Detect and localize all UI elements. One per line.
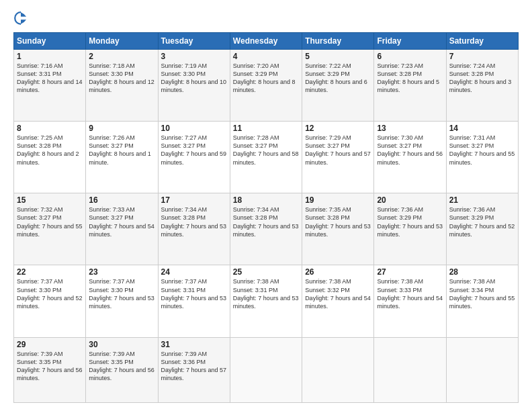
day-info: Sunrise: 7:30 AM Sunset: 3:27 PM Dayligh… xyxy=(377,134,443,167)
day-info: Sunrise: 7:22 AM Sunset: 3:29 PM Dayligh… xyxy=(305,62,371,95)
calendar-cell xyxy=(302,337,374,402)
day-info: Sunrise: 7:38 AM Sunset: 3:33 PM Dayligh… xyxy=(377,277,443,310)
day-number: 19 xyxy=(305,195,371,205)
calendar-week-row: 1 Sunrise: 7:16 AM Sunset: 3:31 PM Dayli… xyxy=(14,50,519,122)
day-info: Sunrise: 7:37 AM Sunset: 3:31 PM Dayligh… xyxy=(161,277,227,310)
calendar-week-row: 29 Sunrise: 7:39 AM Sunset: 3:35 PM Dayl… xyxy=(14,337,519,402)
calendar-cell: 28 Sunrise: 7:38 AM Sunset: 3:34 PM Dayl… xyxy=(446,265,518,337)
calendar-cell xyxy=(374,337,446,402)
calendar-cell: 6 Sunrise: 7:23 AM Sunset: 3:28 PM Dayli… xyxy=(374,50,446,122)
header xyxy=(13,11,519,26)
calendar-cell: 7 Sunrise: 7:24 AM Sunset: 3:28 PM Dayli… xyxy=(446,50,518,122)
day-info: Sunrise: 7:38 AM Sunset: 3:34 PM Dayligh… xyxy=(449,277,515,310)
calendar-cell: 9 Sunrise: 7:26 AM Sunset: 3:27 PM Dayli… xyxy=(86,122,158,193)
day-number: 7 xyxy=(449,52,515,61)
day-info: Sunrise: 7:27 AM Sunset: 3:27 PM Dayligh… xyxy=(161,134,227,167)
day-number: 24 xyxy=(161,267,227,277)
calendar-cell: 21 Sunrise: 7:36 AM Sunset: 3:29 PM Dayl… xyxy=(446,193,518,265)
day-number: 29 xyxy=(17,340,83,349)
day-info: Sunrise: 7:18 AM Sunset: 3:30 PM Dayligh… xyxy=(89,62,154,95)
day-number: 21 xyxy=(449,195,515,205)
calendar-cell: 16 Sunrise: 7:33 AM Sunset: 3:27 PM Dayl… xyxy=(86,193,158,265)
day-info: Sunrise: 7:29 AM Sunset: 3:27 PM Dayligh… xyxy=(305,134,371,167)
day-number: 14 xyxy=(449,124,515,133)
day-number: 26 xyxy=(305,267,371,277)
calendar-week-row: 8 Sunrise: 7:25 AM Sunset: 3:28 PM Dayli… xyxy=(14,122,519,193)
day-number: 3 xyxy=(161,52,227,61)
day-info: Sunrise: 7:37 AM Sunset: 3:30 PM Dayligh… xyxy=(89,277,154,310)
day-info: Sunrise: 7:38 AM Sunset: 3:32 PM Dayligh… xyxy=(305,277,371,310)
day-number: 11 xyxy=(233,124,299,133)
day-info: Sunrise: 7:36 AM Sunset: 3:29 PM Dayligh… xyxy=(449,205,515,238)
day-info: Sunrise: 7:38 AM Sunset: 3:31 PM Dayligh… xyxy=(233,277,299,310)
day-number: 13 xyxy=(377,124,443,133)
day-number: 12 xyxy=(305,124,371,133)
calendar-cell: 13 Sunrise: 7:30 AM Sunset: 3:27 PM Dayl… xyxy=(374,122,446,193)
day-info: Sunrise: 7:39 AM Sunset: 3:35 PM Dayligh… xyxy=(89,350,154,383)
calendar-cell: 24 Sunrise: 7:37 AM Sunset: 3:31 PM Dayl… xyxy=(158,265,230,337)
day-number: 25 xyxy=(233,267,299,277)
calendar-cell: 14 Sunrise: 7:31 AM Sunset: 3:27 PM Dayl… xyxy=(446,122,518,193)
day-number: 1 xyxy=(17,52,83,61)
day-info: Sunrise: 7:28 AM Sunset: 3:27 PM Dayligh… xyxy=(233,134,299,167)
logo xyxy=(13,11,31,26)
calendar-cell xyxy=(446,337,518,402)
calendar: SundayMondayTuesdayWednesdayThursdayFrid… xyxy=(13,32,519,403)
day-number: 9 xyxy=(89,124,154,133)
day-of-week-header: Friday xyxy=(374,33,446,50)
day-number: 30 xyxy=(89,340,154,349)
day-info: Sunrise: 7:34 AM Sunset: 3:28 PM Dayligh… xyxy=(233,205,299,238)
day-info: Sunrise: 7:35 AM Sunset: 3:28 PM Dayligh… xyxy=(305,205,371,238)
day-info: Sunrise: 7:33 AM Sunset: 3:27 PM Dayligh… xyxy=(89,205,154,238)
day-info: Sunrise: 7:37 AM Sunset: 3:30 PM Dayligh… xyxy=(17,277,83,310)
day-info: Sunrise: 7:36 AM Sunset: 3:29 PM Dayligh… xyxy=(377,205,443,238)
day-number: 22 xyxy=(17,267,83,277)
calendar-cell xyxy=(230,337,302,402)
day-number: 4 xyxy=(233,52,299,61)
day-number: 18 xyxy=(233,195,299,205)
calendar-cell: 2 Sunrise: 7:18 AM Sunset: 3:30 PM Dayli… xyxy=(86,50,158,122)
day-number: 2 xyxy=(89,52,154,61)
calendar-cell: 4 Sunrise: 7:20 AM Sunset: 3:29 PM Dayli… xyxy=(230,50,302,122)
calendar-cell: 12 Sunrise: 7:29 AM Sunset: 3:27 PM Dayl… xyxy=(302,122,374,193)
calendar-cell: 17 Sunrise: 7:34 AM Sunset: 3:28 PM Dayl… xyxy=(158,193,230,265)
calendar-cell: 26 Sunrise: 7:38 AM Sunset: 3:32 PM Dayl… xyxy=(302,265,374,337)
day-of-week-header: Saturday xyxy=(446,33,518,50)
calendar-cell: 27 Sunrise: 7:38 AM Sunset: 3:33 PM Dayl… xyxy=(374,265,446,337)
calendar-cell: 5 Sunrise: 7:22 AM Sunset: 3:29 PM Dayli… xyxy=(302,50,374,122)
day-of-week-header: Wednesday xyxy=(230,33,302,50)
day-number: 10 xyxy=(161,124,227,133)
day-number: 27 xyxy=(377,267,443,277)
day-info: Sunrise: 7:39 AM Sunset: 3:36 PM Dayligh… xyxy=(161,350,227,383)
day-info: Sunrise: 7:34 AM Sunset: 3:28 PM Dayligh… xyxy=(161,205,227,238)
calendar-header-row: SundayMondayTuesdayWednesdayThursdayFrid… xyxy=(14,33,519,50)
day-info: Sunrise: 7:19 AM Sunset: 3:30 PM Dayligh… xyxy=(161,62,227,95)
calendar-cell: 8 Sunrise: 7:25 AM Sunset: 3:28 PM Dayli… xyxy=(14,122,86,193)
calendar-cell: 1 Sunrise: 7:16 AM Sunset: 3:31 PM Dayli… xyxy=(14,50,86,122)
day-info: Sunrise: 7:39 AM Sunset: 3:35 PM Dayligh… xyxy=(17,350,83,383)
day-number: 8 xyxy=(17,124,83,133)
calendar-cell: 20 Sunrise: 7:36 AM Sunset: 3:29 PM Dayl… xyxy=(374,193,446,265)
day-of-week-header: Sunday xyxy=(14,33,86,50)
day-number: 23 xyxy=(89,267,154,277)
calendar-week-row: 15 Sunrise: 7:32 AM Sunset: 3:27 PM Dayl… xyxy=(14,193,519,265)
calendar-cell: 31 Sunrise: 7:39 AM Sunset: 3:36 PM Dayl… xyxy=(158,337,230,402)
calendar-cell: 30 Sunrise: 7:39 AM Sunset: 3:35 PM Dayl… xyxy=(86,337,158,402)
calendar-cell: 29 Sunrise: 7:39 AM Sunset: 3:35 PM Dayl… xyxy=(14,337,86,402)
day-number: 31 xyxy=(161,340,227,349)
day-number: 20 xyxy=(377,195,443,205)
calendar-cell: 19 Sunrise: 7:35 AM Sunset: 3:28 PM Dayl… xyxy=(302,193,374,265)
day-info: Sunrise: 7:25 AM Sunset: 3:28 PM Dayligh… xyxy=(17,134,83,167)
day-info: Sunrise: 7:23 AM Sunset: 3:28 PM Dayligh… xyxy=(377,62,443,95)
day-info: Sunrise: 7:20 AM Sunset: 3:29 PM Dayligh… xyxy=(233,62,299,95)
day-info: Sunrise: 7:32 AM Sunset: 3:27 PM Dayligh… xyxy=(17,205,83,238)
day-number: 15 xyxy=(17,195,83,205)
day-number: 17 xyxy=(161,195,227,205)
day-info: Sunrise: 7:31 AM Sunset: 3:27 PM Dayligh… xyxy=(449,134,515,167)
calendar-cell: 22 Sunrise: 7:37 AM Sunset: 3:30 PM Dayl… xyxy=(14,265,86,337)
calendar-cell: 11 Sunrise: 7:28 AM Sunset: 3:27 PM Dayl… xyxy=(230,122,302,193)
day-number: 6 xyxy=(377,52,443,61)
day-of-week-header: Tuesday xyxy=(158,33,230,50)
day-number: 5 xyxy=(305,52,371,61)
page: SundayMondayTuesdayWednesdayThursdayFrid… xyxy=(0,0,532,411)
